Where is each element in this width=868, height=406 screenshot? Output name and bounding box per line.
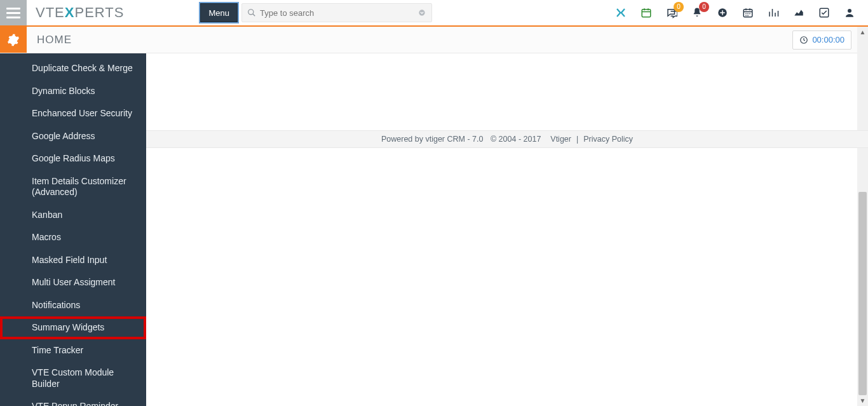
hamburger-icon bbox=[6, 12, 20, 14]
bell-badge: 0 bbox=[699, 2, 709, 12]
chevron-down-icon[interactable] bbox=[417, 8, 426, 17]
menu-button-label: Menu bbox=[208, 8, 229, 18]
add-icon[interactable] bbox=[717, 7, 728, 18]
settings-menu-item[interactable]: Enchanced User Security bbox=[0, 102, 146, 125]
calendar-icon[interactable] bbox=[742, 7, 754, 18]
settings-menu-item-label: Masked Field Input bbox=[32, 255, 107, 265]
settings-menu-item[interactable]: Summary Widgets bbox=[0, 316, 146, 339]
svg-point-7 bbox=[848, 9, 851, 13]
svg-line-1 bbox=[253, 14, 255, 17]
settings-menu-item-label: Item Details Customizer (Advanced) bbox=[32, 176, 126, 198]
settings-menu-item-label: Time Tracker bbox=[32, 345, 83, 355]
top-right-icons: 0 0 bbox=[615, 0, 868, 25]
settings-menu-item-label: Macros bbox=[32, 232, 61, 242]
gear-icon bbox=[7, 34, 20, 46]
search-icon bbox=[247, 8, 256, 17]
settings-menu-item-label: Enchanced User Security bbox=[32, 108, 132, 118]
settings-menu-item[interactable]: Kanban bbox=[0, 204, 146, 227]
settings-menu-item[interactable]: Time Tracker bbox=[0, 339, 146, 362]
global-search[interactable] bbox=[241, 3, 432, 22]
settings-menu-item[interactable]: Dynamic Blocks bbox=[0, 80, 146, 103]
page-title: HOME bbox=[37, 34, 72, 46]
area-chart-icon[interactable] bbox=[793, 7, 804, 18]
checkbox-icon[interactable] bbox=[818, 7, 830, 18]
settings-menu-item[interactable]: VTE Popup Reminder bbox=[0, 395, 146, 406]
bell-icon[interactable]: 0 bbox=[691, 7, 703, 18]
search-input[interactable] bbox=[260, 8, 412, 18]
footer-powered-by: Powered by vtiger CRM - 7.0 bbox=[381, 135, 483, 144]
settings-menu-item-label: VTE Custom Module Builder bbox=[32, 367, 114, 389]
logo-text-left: VTE bbox=[36, 4, 65, 21]
settings-menu-item-label: Notifications bbox=[32, 300, 80, 310]
settings-menu-item[interactable]: Macros bbox=[0, 226, 146, 249]
logo-text-x: X bbox=[65, 4, 75, 21]
app-logo: VTEXPERTS bbox=[27, 0, 133, 25]
settings-menu-item[interactable]: Duplicate Check & Merge bbox=[0, 57, 146, 80]
settings-button[interactable] bbox=[0, 27, 27, 53]
scroll-down-icon[interactable]: ▼ bbox=[857, 395, 868, 406]
user-icon[interactable] bbox=[844, 7, 855, 18]
svg-point-2 bbox=[419, 10, 424, 15]
clock-icon bbox=[799, 36, 808, 44]
footer: Powered by vtiger CRM - 7.0 © 2004 - 201… bbox=[146, 130, 868, 148]
calendar-check-icon[interactable] bbox=[641, 7, 652, 18]
settings-menu-item-label: Multi User Assigment bbox=[32, 277, 115, 287]
chat-badge: 0 bbox=[674, 2, 684, 12]
vertical-scrollbar[interactable]: ▲ ▼ bbox=[857, 27, 868, 406]
footer-copyright: © 2004 - 2017 bbox=[491, 135, 541, 144]
menu-button[interactable]: Menu bbox=[200, 3, 238, 22]
timer-widget[interactable]: 00:00:00 bbox=[792, 30, 851, 50]
settings-menu-item-label: Google Address bbox=[32, 131, 95, 141]
settings-menu-item-label: Kanban bbox=[32, 210, 62, 220]
settings-menu-item[interactable]: Google Address bbox=[0, 125, 146, 148]
settings-menu-item[interactable]: Notifications bbox=[0, 294, 146, 317]
xc-icon[interactable] bbox=[615, 7, 627, 18]
svg-rect-3 bbox=[642, 10, 651, 17]
top-bar: VTEXPERTS Menu 0 0 bbox=[0, 0, 868, 27]
settings-panel: Duplicate Check & MergeDynamic BlocksEnc… bbox=[0, 53, 146, 406]
settings-menu-item-label: Dynamic Blocks bbox=[32, 86, 95, 96]
settings-menu-item[interactable]: Multi User Assigment bbox=[0, 271, 146, 294]
settings-menu-item[interactable]: Google Radius Maps bbox=[0, 147, 146, 170]
settings-menu-item[interactable]: Masked Field Input bbox=[0, 249, 146, 272]
settings-menu-item-label: Summary Widgets bbox=[32, 322, 104, 332]
svg-point-0 bbox=[248, 10, 254, 15]
footer-privacy-link[interactable]: Privacy Policy bbox=[583, 135, 633, 144]
settings-menu-item-label: VTE Popup Reminder bbox=[32, 401, 118, 406]
settings-menu-item-label: Duplicate Check & Merge bbox=[32, 63, 133, 73]
sub-bar: HOME 00:00:00 bbox=[0, 27, 868, 53]
scroll-up-icon[interactable]: ▲ bbox=[857, 27, 868, 37]
hamburger-button[interactable] bbox=[0, 0, 27, 25]
bar-chart-icon[interactable] bbox=[768, 7, 779, 18]
logo-text-right: PERTS bbox=[74, 4, 124, 21]
scroll-thumb[interactable] bbox=[858, 192, 867, 395]
settings-menu-item-label: Google Radius Maps bbox=[32, 153, 115, 163]
footer-separator: | bbox=[576, 135, 578, 144]
settings-menu-item[interactable]: VTE Custom Module Builder bbox=[0, 362, 146, 395]
breadcrumb: HOME bbox=[27, 27, 72, 53]
timer-value: 00:00:00 bbox=[812, 35, 844, 44]
settings-menu-list: Duplicate Check & MergeDynamic BlocksEnc… bbox=[0, 53, 146, 406]
settings-menu-item[interactable]: Item Details Customizer (Advanced) bbox=[0, 170, 146, 204]
chat-icon[interactable]: 0 bbox=[666, 7, 677, 18]
footer-vendor-link[interactable]: Vtiger bbox=[550, 135, 571, 144]
